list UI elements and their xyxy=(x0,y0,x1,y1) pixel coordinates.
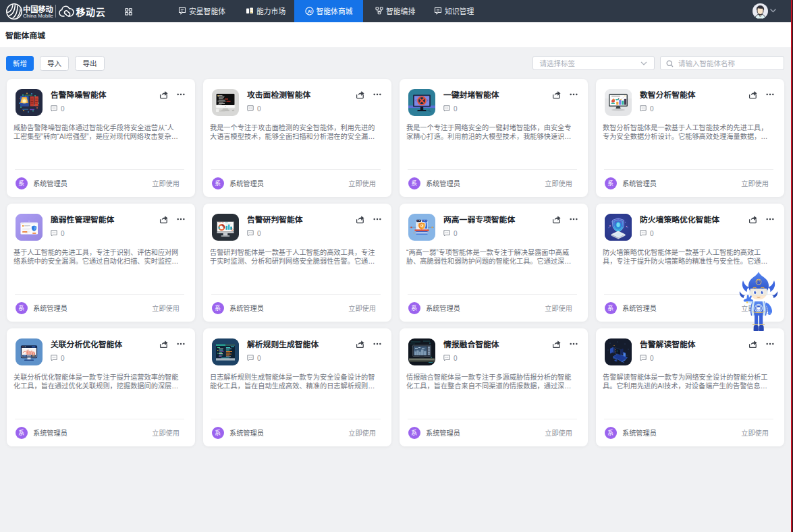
svg-text:AI: AI xyxy=(307,9,311,13)
